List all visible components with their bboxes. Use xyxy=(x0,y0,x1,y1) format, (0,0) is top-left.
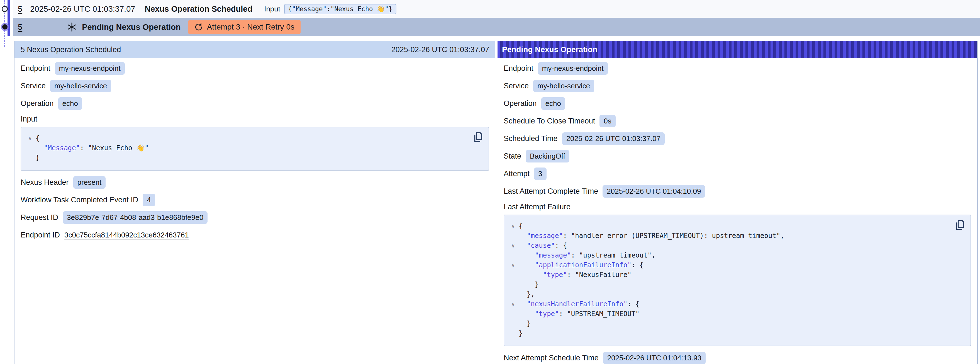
code-text: "type": "UPSTREAM_TIMEOUT" xyxy=(519,309,640,319)
event-id-link[interactable]: 5 xyxy=(18,22,22,32)
event-row-pending-nexus-operation[interactable]: 5 Pending Nexus Operation Attempt 3 · Ne… xyxy=(13,18,980,36)
field-value-badge: echo xyxy=(58,97,82,110)
event-title: Nexus Operation Scheduled xyxy=(145,5,252,14)
code-line: "message": "handler error (UPSTREAM_TIME… xyxy=(508,231,948,241)
field-value-badge: 3e829b7e-7d67-4b08-aad3-b1e868bfe9e0 xyxy=(63,211,208,224)
timeline-active-indicator-bar xyxy=(8,0,10,36)
field-row-endpoint: Endpointmy-nexus-endpoint xyxy=(504,62,971,74)
field-label: Schedule To Close Timeout xyxy=(504,117,595,125)
code-text: } xyxy=(519,280,539,290)
code-gutter xyxy=(508,280,519,290)
collapse-chevron-icon[interactable]: ∨ xyxy=(508,221,519,231)
code-line: ∨ "nexusHandlerFailureInfo": { xyxy=(508,299,948,309)
collapse-chevron-icon[interactable]: ∨ xyxy=(508,241,519,251)
retry-status-badge: Attempt 3 · Next Retry 0s xyxy=(188,20,301,34)
code-gutter xyxy=(24,143,36,153)
code-line: } xyxy=(508,319,948,329)
pending-fields-top: Endpointmy-nexus-endpointServicemy-hello… xyxy=(504,62,971,197)
field-label: State xyxy=(504,152,521,161)
pending-panel-title: Pending Nexus Operation xyxy=(502,45,597,54)
retry-badge-text: Attempt 3 · Next Retry 0s xyxy=(207,22,294,32)
field-label: Endpoint xyxy=(504,64,533,73)
scheduled-fields-bottom: Nexus HeaderpresentWorkflow Task Complet… xyxy=(21,176,489,241)
code-gutter xyxy=(508,290,519,299)
code-line: "Message": "Nexus Echo 👋" xyxy=(24,143,466,153)
field-label: Nexus Header xyxy=(21,178,69,187)
input-block-label: Input xyxy=(21,115,489,123)
code-line: }, xyxy=(508,290,948,299)
field-value-badge: my-nexus-endpoint xyxy=(55,62,125,75)
code-text: "message": "upstream timeout", xyxy=(519,251,655,260)
field-value-link[interactable]: 3c0c75ccfa8144b092c13ce632463761 xyxy=(64,231,189,239)
field-row-schedule-to-close-timeout: Schedule To Close Timeout0s xyxy=(504,115,971,127)
field-value-badge: 3 xyxy=(534,168,546,180)
pending-fields-bottom: Next Attempt Schedule Time2025-02-26 UTC… xyxy=(504,352,971,364)
field-label: Last Attempt Complete Time xyxy=(504,187,598,196)
pending-asterisk-icon xyxy=(66,21,78,33)
field-row-nexus-header: Nexus Headerpresent xyxy=(21,176,489,188)
field-row-scheduled-time: Scheduled Time2025-02-26 UTC 01:03:37.07 xyxy=(504,133,971,145)
copy-button[interactable] xyxy=(472,131,484,143)
timeline-node-selected-dot xyxy=(2,24,8,30)
field-row-endpoint-id: Endpoint ID3c0c75ccfa8144b092c13ce632463… xyxy=(21,229,489,241)
field-row-workflow-task-completed-event-id: Workflow Task Completed Event ID4 xyxy=(21,194,489,206)
field-value-badge: my-hello-service xyxy=(50,80,111,92)
pending-panel-header: Pending Nexus Operation xyxy=(498,41,977,58)
code-line: ∨ "applicationFailureInfo": { xyxy=(508,260,948,270)
event-title: Pending Nexus Operation xyxy=(82,22,181,32)
field-label: Service xyxy=(504,81,529,90)
field-value-badge: 4 xyxy=(143,194,155,206)
pending-panel-body: Endpointmy-nexus-endpointServicemy-hello… xyxy=(498,58,977,364)
event-id-link[interactable]: 5 xyxy=(18,5,22,14)
code-line: ∨{ xyxy=(24,134,466,143)
field-row-attempt: Attempt3 xyxy=(504,168,971,180)
field-row-request-id: Request ID3e829b7e-7d67-4b08-aad3-b1e868… xyxy=(21,211,489,224)
field-label: Scheduled Time xyxy=(504,134,558,143)
timeline-node-open-circle xyxy=(2,6,8,12)
field-row-state: StateBackingOff xyxy=(504,150,971,162)
field-value-badge: 2025-02-26 UTC 01:03:37.07 xyxy=(562,133,665,145)
event-row-nexus-operation-scheduled[interactable]: 5 2025-02-26 UTC 01:03:37.07 Nexus Opera… xyxy=(13,0,980,18)
code-line: "type": "UPSTREAM_TIMEOUT" xyxy=(508,309,948,319)
field-row-endpoint: Endpointmy-nexus-endpoint xyxy=(21,62,489,74)
field-label: Endpoint ID xyxy=(21,231,60,239)
event-detail-container: 5 Nexus Operation Scheduled 2025-02-26 U… xyxy=(14,41,978,364)
code-line: ∨ "cause": { xyxy=(508,241,948,251)
event-history-rows: 5 2025-02-26 UTC 01:03:37.07 Nexus Opera… xyxy=(13,0,980,36)
code-gutter xyxy=(508,329,519,338)
code-text: "message": "handler error (UPSTREAM_TIME… xyxy=(519,231,784,241)
code-gutter xyxy=(24,153,36,163)
code-line: "type": "NexusFailure" xyxy=(508,270,948,280)
code-line: ∨{ xyxy=(508,221,948,231)
field-value-badge: my-hello-service xyxy=(533,80,594,92)
field-value-badge: 2025-02-26 UTC 01:04:10.09 xyxy=(603,185,705,198)
code-text: }, xyxy=(519,290,535,299)
code-text: "nexusHandlerFailureInfo": { xyxy=(519,299,640,309)
code-gutter xyxy=(508,231,519,241)
field-label: Service xyxy=(21,81,46,90)
failure-json-code: ∨{ "message": "handler error (UPSTREAM_T… xyxy=(508,221,948,338)
field-label: Endpoint xyxy=(21,64,51,73)
scheduled-panel-header: 5 Nexus Operation Scheduled 2025-02-26 U… xyxy=(14,41,495,58)
code-line: } xyxy=(508,329,948,338)
input-json-block: ∨{ "Message": "Nexus Echo 👋"} xyxy=(21,127,489,171)
scheduled-panel-timestamp: 2025-02-26 UTC 01:03:37.07 xyxy=(391,45,489,54)
copy-button[interactable] xyxy=(954,219,966,231)
collapse-chevron-icon[interactable]: ∨ xyxy=(24,134,36,143)
field-row-operation: Operationecho xyxy=(504,97,971,110)
code-gutter xyxy=(508,309,519,319)
field-value-badge: 0s xyxy=(600,115,616,128)
code-line: } xyxy=(508,280,948,290)
field-label: Operation xyxy=(504,99,537,108)
code-text: } xyxy=(36,153,40,163)
event-timestamp: 2025-02-26 UTC 01:03:37.07 xyxy=(30,5,135,14)
field-label: Next Attempt Schedule Time xyxy=(504,354,599,362)
input-json-code: ∨{ "Message": "Nexus Echo 👋"} xyxy=(24,134,466,163)
collapse-chevron-icon[interactable]: ∨ xyxy=(508,299,519,309)
code-line: "message": "upstream timeout", xyxy=(508,251,948,260)
collapse-chevron-icon[interactable]: ∨ xyxy=(508,260,519,270)
code-text: "cause": { xyxy=(519,241,567,251)
code-text: { xyxy=(36,134,40,143)
event-input-value-badge: {"Message":"Nexus Echo 👋"} xyxy=(284,4,396,14)
field-value-badge: echo xyxy=(541,97,565,110)
